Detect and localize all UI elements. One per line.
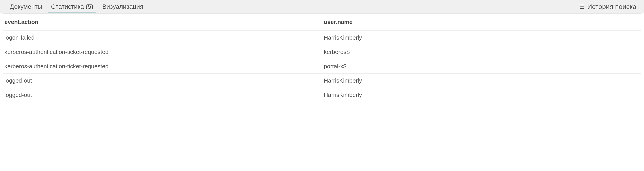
- header-user-name[interactable]: user.name: [322, 14, 641, 31]
- svg-point-2: [579, 8, 579, 9]
- svg-point-1: [579, 6, 579, 7]
- search-history-label: История поиска: [587, 3, 636, 11]
- cell-event-action: logged-out: [3, 88, 322, 102]
- cell-user-name: HarrisKimberly: [322, 88, 641, 102]
- tab-documents-label: Документы: [10, 3, 42, 10]
- results-table: event.action user.name logon-failed Harr…: [3, 14, 641, 102]
- header-event-action[interactable]: event.action: [3, 14, 322, 31]
- cell-user-name: HarrisKimberly: [322, 31, 641, 45]
- tab-documents[interactable]: Документы: [5, 0, 46, 13]
- tab-visualization-label: Визуализация: [102, 3, 143, 10]
- list-icon: [578, 4, 584, 9]
- tabs-left: Документы Статистика (5) Визуализация: [5, 0, 148, 13]
- tab-statistics[interactable]: Статистика (5): [46, 0, 98, 13]
- cell-user-name: portal-x$: [322, 59, 641, 74]
- tab-statistics-label: Статистика (5): [51, 3, 93, 10]
- cell-user-name: HarrisKimberly: [322, 74, 641, 88]
- search-history-link[interactable]: История поиска: [578, 3, 639, 11]
- tab-visualization[interactable]: Визуализация: [98, 0, 148, 13]
- cell-event-action: logged-out: [3, 74, 322, 88]
- tabs-bar: Документы Статистика (5) Визуализация Ис…: [0, 0, 644, 14]
- cell-event-action: kerberos-authentication-ticket-requested: [3, 45, 322, 59]
- table-row[interactable]: logged-out HarrisKimberly: [3, 74, 641, 88]
- table-row[interactable]: kerberos-authentication-ticket-requested…: [3, 59, 641, 74]
- cell-event-action: kerberos-authentication-ticket-requested: [3, 59, 322, 74]
- table-row[interactable]: kerberos-authentication-ticket-requested…: [3, 45, 641, 59]
- table-row[interactable]: logged-out HarrisKimberly: [3, 88, 641, 102]
- results-table-wrap: event.action user.name logon-failed Harr…: [3, 14, 641, 102]
- table-header-row: event.action user.name: [3, 14, 641, 31]
- cell-event-action: logon-failed: [3, 31, 322, 45]
- table-row[interactable]: logon-failed HarrisKimberly: [3, 31, 641, 45]
- cell-user-name: kerberos$: [322, 45, 641, 59]
- svg-point-0: [579, 5, 579, 5]
